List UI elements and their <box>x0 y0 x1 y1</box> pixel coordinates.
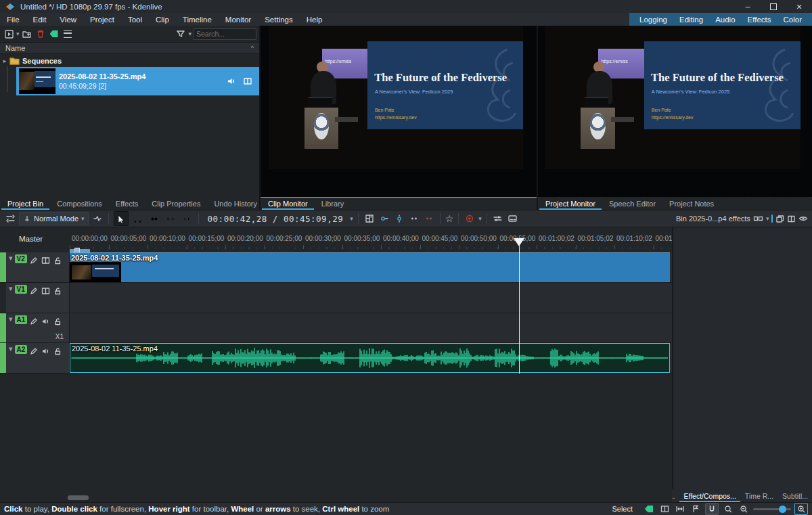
audio-track-icon[interactable] <box>41 345 51 357</box>
track-effects-icon[interactable] <box>29 345 39 357</box>
tab[interactable]: Effects <box>110 198 144 210</box>
audio-track-icon[interactable] <box>41 315 51 328</box>
favorite-effects-button[interactable]: ☆ <box>445 214 454 223</box>
track-effects-icon[interactable] <box>29 315 39 328</box>
track-effects-icon[interactable] <box>29 254 39 267</box>
track-lane-v2[interactable]: 2025-08-02 11-35-25.mp4 <box>70 252 672 282</box>
lock-track-icon[interactable] <box>53 345 62 357</box>
master-track-button[interactable]: Master <box>19 235 43 243</box>
menu-item[interactable]: Monitor <box>219 14 258 25</box>
enable-effects-toggle[interactable] <box>771 215 773 223</box>
tab[interactable]: Compositions <box>51 198 108 210</box>
timeline-ruler[interactable]: 00:00:00;0000:00:05;0000:00:10;0000:00:1… <box>70 233 672 249</box>
bin-clip-row[interactable]: 2025-08-02 11-35-25.mp4 00:45:09;29 [2] <box>16 67 259 95</box>
track-badge[interactable]: V1 <box>15 285 27 294</box>
tab[interactable]: Project Bin <box>1 198 49 210</box>
fit-zoom-toggle[interactable] <box>674 503 686 514</box>
effects-dropdown-icon[interactable]: ▾ <box>766 216 769 222</box>
timeline-zoom-slider[interactable] <box>753 508 791 510</box>
edit-mode-select[interactable]: Normal Mode ▾ <box>19 212 89 225</box>
track-badge[interactable]: V2 <box>15 254 27 263</box>
tags-button[interactable] <box>48 28 60 40</box>
maximize-button[interactable] <box>761 0 786 13</box>
selection-tool[interactable] <box>114 211 129 226</box>
close-button[interactable]: × <box>786 0 812 13</box>
project-monitor-video[interactable]: https://emiss The Future of the Fedivers… <box>545 26 800 169</box>
ripple-tool[interactable] <box>180 212 194 225</box>
preview-eye-icon[interactable] <box>798 212 808 225</box>
audio-mixer-button[interactable] <box>492 212 504 225</box>
add-clip-button[interactable] <box>3 28 15 40</box>
track-lane-a1[interactable] <box>70 313 672 342</box>
tag-toggle[interactable] <box>643 503 655 514</box>
tab[interactable]: Undo History <box>208 198 263 210</box>
audio-clip[interactable]: 2025-08-02 11-35-25.mp4 <box>70 343 670 373</box>
add-clip-dropdown-icon[interactable]: ▾ <box>16 31 20 37</box>
menu-item[interactable]: Project <box>83 14 121 25</box>
timeline-horizontal-scrollbar[interactable] <box>68 495 89 500</box>
bin-menu-button[interactable] <box>62 28 74 40</box>
target-indicator[interactable] <box>0 343 6 373</box>
tab[interactable]: Project Notes <box>663 198 720 210</box>
split-compare-button[interactable] <box>787 212 796 225</box>
track-lane-v1[interactable] <box>70 283 672 313</box>
filter-dropdown-icon[interactable]: ▾ <box>188 31 191 37</box>
workspace-item[interactable]: Effects <box>742 14 777 25</box>
timeline-playhead[interactable] <box>514 238 524 246</box>
razor-tool[interactable] <box>131 212 145 225</box>
track-lane-a2[interactable]: 2025-08-02 11-35-25.mp4 <box>70 343 672 373</box>
show-video-thumbnails-toggle[interactable] <box>658 503 671 514</box>
bin-column-header[interactable]: Name ^ <box>0 42 259 54</box>
workspace-item[interactable]: Audio <box>709 14 741 25</box>
tab[interactable]: Clip Monitor <box>262 198 314 210</box>
delete-button[interactable] <box>35 28 47 40</box>
zoom-fit-button[interactable] <box>722 503 734 514</box>
menu-item[interactable]: Edit <box>26 14 53 25</box>
menu-item[interactable]: Timeline <box>176 14 219 25</box>
lock-track-icon[interactable] <box>53 254 62 267</box>
collapse-track-icon[interactable]: ▾ <box>9 315 13 323</box>
menu-item[interactable]: Settings <box>258 14 300 25</box>
video-track-icon[interactable] <box>41 254 51 267</box>
expander-icon[interactable]: ▸ <box>0 58 9 64</box>
menu-item[interactable]: Tool <box>121 14 149 25</box>
tab[interactable]: Time R... <box>741 491 777 502</box>
zoom-slider-handle[interactable] <box>779 506 786 513</box>
video-clip[interactable]: 2025-08-02 11-35-25.mp4 <box>70 252 670 282</box>
lock-track-icon[interactable] <box>53 285 62 297</box>
snap-magnet-toggle[interactable] <box>705 503 719 515</box>
tab[interactable]: Clip Properties <box>145 198 206 210</box>
collapse-track-icon[interactable]: ▾ <box>9 285 13 292</box>
menu-item[interactable]: Clip <box>149 14 176 25</box>
menu-item[interactable]: View <box>53 14 83 25</box>
video-track-icon[interactable] <box>41 285 51 297</box>
minimize-button[interactable]: – <box>735 0 761 13</box>
menu-item[interactable]: Help <box>300 14 330 25</box>
track-height-button[interactable] <box>4 212 16 225</box>
lock-track-icon[interactable] <box>53 315 62 328</box>
target-indicator[interactable] <box>0 252 6 282</box>
slip-tool[interactable] <box>164 212 177 225</box>
collapse-all-icon[interactable]: ^ <box>251 45 254 51</box>
menu-item[interactable]: File <box>0 14 26 25</box>
show-markers-toggle[interactable] <box>690 503 702 514</box>
clip-monitor-video[interactable]: https://emiss The Future of the Fedivers… <box>269 26 523 169</box>
markers-button[interactable] <box>423 212 435 225</box>
create-folder-button[interactable] <box>21 28 33 40</box>
mix-clips-button[interactable] <box>91 212 104 225</box>
workspace-item[interactable]: Editing <box>673 14 709 25</box>
track-effects-icon[interactable] <box>29 285 39 297</box>
tab[interactable]: Library <box>315 198 351 210</box>
spacer-tool[interactable] <box>148 212 161 225</box>
record-dropdown-icon[interactable]: ▾ <box>478 216 482 222</box>
automatic-transition-button[interactable] <box>378 212 390 225</box>
tab[interactable]: Speech Editor <box>603 198 662 210</box>
tab[interactable]: Subtitl... <box>778 491 812 502</box>
zoom-in-button[interactable] <box>794 503 808 515</box>
workspace-item[interactable]: Logging <box>633 14 673 25</box>
collapse-track-icon[interactable]: ▾ <box>9 254 13 262</box>
search-input[interactable] <box>193 28 256 40</box>
zoom-out-button[interactable] <box>738 503 750 514</box>
filter-button[interactable] <box>175 28 187 40</box>
timecode-dropdown-icon[interactable]: ▾ <box>350 216 353 222</box>
